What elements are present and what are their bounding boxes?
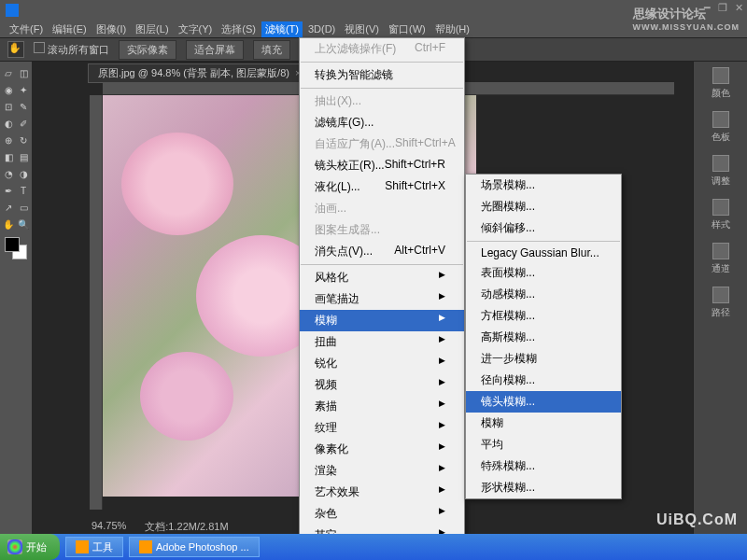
zoom-level: 94.75% <box>92 520 126 534</box>
menu-item[interactable]: 镜头模糊... <box>466 391 621 413</box>
fit-screen-button[interactable]: 适合屏幕 <box>186 40 244 60</box>
panel-icon <box>712 287 729 303</box>
wand-tool-icon: ✦ <box>16 82 31 97</box>
lasso-tool-icon: ◉ <box>1 82 16 97</box>
panel-通道[interactable]: 通道 <box>712 243 730 275</box>
heal-tool-icon: ◐ <box>1 116 16 131</box>
menu-item[interactable]: 径向模糊... <box>466 370 621 391</box>
watermark-top: 思缘设计论坛WWW.MISSYUAN.COM <box>633 6 740 32</box>
menu-item[interactable]: 像素化▶ <box>300 439 464 460</box>
app-icon <box>139 540 152 553</box>
menu-item[interactable]: 纹理▶ <box>300 417 464 439</box>
app-icon <box>76 540 89 553</box>
document-tab[interactable]: 原图.jpg @ 94.8% (背景 副本, 图层蒙版/8)× <box>88 63 311 83</box>
menu-item: 上次滤镜操作(F)Ctrl+F <box>300 38 464 60</box>
menu-item[interactable]: 表面模糊... <box>466 262 621 284</box>
menu-item[interactable]: 锐化▶ <box>300 353 464 374</box>
taskbar-item[interactable]: Adobe Photoshop ... <box>129 537 260 557</box>
menu-item: 抽出(X)... <box>300 91 464 112</box>
fill-screen-button[interactable]: 填充 <box>253 40 290 60</box>
menu-item[interactable]: 扭曲▶ <box>300 331 464 353</box>
windows-flag-icon <box>7 539 22 554</box>
panel-色板[interactable]: 色板 <box>712 111 730 144</box>
panel-调整[interactable]: 调整 <box>712 155 730 188</box>
doc-size: 文档:1.22M/2.81M <box>145 520 228 534</box>
path-tool-icon: ↗ <box>1 200 16 215</box>
menu-0[interactable]: 文件(F) <box>6 21 47 37</box>
right-panels[interactable]: 颜色色板调整样式通道路径 <box>693 62 747 538</box>
color-swatch[interactable] <box>5 237 27 259</box>
watermark-bottom: UiBQ.CoM <box>656 511 738 528</box>
shape-tool-icon: ▭ <box>16 200 31 215</box>
blur-tool-icon: ◔ <box>1 166 16 181</box>
menu-9[interactable]: 窗口(W) <box>385 21 430 37</box>
menu-4[interactable]: 文字(Y) <box>175 21 217 37</box>
menu-3[interactable]: 图层(L) <box>132 21 172 37</box>
menu-item[interactable]: 视频▶ <box>300 374 464 396</box>
panel-样式[interactable]: 样式 <box>712 199 730 231</box>
menu-item[interactable]: 进一步模糊 <box>466 348 621 370</box>
menu-item[interactable]: 特殊模糊... <box>466 455 621 477</box>
menu-item[interactable]: 风格化▶ <box>300 267 464 288</box>
menu-item[interactable]: 光圈模糊... <box>466 196 621 217</box>
panel-路径[interactable]: 路径 <box>712 287 730 319</box>
filter-menu-dropdown[interactable]: 上次滤镜操作(F)Ctrl+F转换为智能滤镜抽出(X)...滤镜库(G)...自… <box>299 37 465 560</box>
eyedropper-tool-icon: ✎ <box>16 99 31 114</box>
app-logo-icon <box>6 4 19 17</box>
eraser-tool-icon: ◧ <box>1 149 16 164</box>
dodge-tool-icon: ◑ <box>16 166 31 181</box>
tool-indicator-icon[interactable]: ✋ <box>7 41 24 58</box>
menu-2[interactable]: 图像(I) <box>92 21 130 37</box>
menu-5[interactable]: 选择(S) <box>218 21 260 37</box>
actual-pixels-button[interactable]: 实际像素 <box>119 40 176 60</box>
menu-item[interactable]: 滤镜库(G)... <box>300 112 464 133</box>
menu-item[interactable]: 画笔描边▶ <box>300 288 464 310</box>
menu-item[interactable]: 素描▶ <box>300 396 464 417</box>
menu-10[interactable]: 帮助(H) <box>431 21 473 37</box>
toolbox[interactable]: ▱◫ ◉✦ ⊡✎ ◐✐ ⊕↻ ◧▤ ◔◑ ✒T ↗▭ ✋🔍 <box>0 62 32 538</box>
menu-item[interactable]: 杂色▶ <box>300 503 464 525</box>
menu-item[interactable]: 渲染▶ <box>300 460 464 482</box>
hand-tool-icon: ✋ <box>1 217 16 231</box>
stamp-tool-icon: ⊕ <box>1 133 16 147</box>
panel-icon <box>712 243 729 259</box>
menu-item[interactable]: Legacy Gaussian Blur... <box>466 244 621 262</box>
menu-item[interactable]: 镜头校正(R)...Shift+Ctrl+R <box>300 155 464 176</box>
move-tool-icon: ▱ <box>1 65 16 80</box>
menu-8[interactable]: 视图(V) <box>341 21 383 37</box>
menu-item[interactable]: 模糊 <box>466 413 621 434</box>
taskbar-item[interactable]: 工具 <box>65 537 123 557</box>
menu-item[interactable]: 场景模糊... <box>466 175 621 196</box>
panel-颜色[interactable]: 颜色 <box>712 67 730 100</box>
crop-tool-icon: ⊡ <box>1 99 16 114</box>
brush-tool-icon: ✐ <box>16 116 31 131</box>
menu-item: 油画... <box>300 198 464 219</box>
taskbar[interactable]: 开始 工具Adobe Photoshop ... <box>0 534 747 560</box>
scroll-all-windows[interactable]: 滚动所有窗口 <box>34 42 109 57</box>
menu-item[interactable]: 消失点(V)...Alt+Ctrl+V <box>300 241 464 262</box>
type-tool-icon: T <box>16 183 31 198</box>
panel-icon <box>712 67 729 84</box>
status-bar: 94.75% 文档:1.22M/2.81M <box>92 520 229 534</box>
menu-item[interactable]: 液化(L)...Shift+Ctrl+X <box>300 176 464 198</box>
menu-1[interactable]: 编辑(E) <box>49 21 91 37</box>
menu-7[interactable]: 3D(D) <box>304 22 339 35</box>
blur-submenu-dropdown[interactable]: 场景模糊...光圈模糊...倾斜偏移...Legacy Gaussian Blu… <box>465 174 622 499</box>
zoom-tool-icon: 🔍 <box>16 217 31 231</box>
menu-item[interactable]: 形状模糊... <box>466 477 621 498</box>
menu-item[interactable]: 倾斜偏移... <box>466 217 621 239</box>
menu-item: 图案生成器... <box>300 219 464 241</box>
start-button[interactable]: 开始 <box>0 534 60 560</box>
menu-item[interactable]: 平均 <box>466 434 621 455</box>
menu-item[interactable]: 转换为智能滤镜 <box>300 64 464 86</box>
panel-icon <box>712 111 729 128</box>
pen-tool-icon: ✒ <box>1 183 16 198</box>
menu-item[interactable]: 方框模糊... <box>466 305 621 327</box>
menu-item: 自适应广角(A)...Shift+Ctrl+A <box>300 133 464 155</box>
menu-6[interactable]: 滤镜(T) <box>261 21 303 37</box>
menu-item[interactable]: 艺术效果▶ <box>300 482 464 503</box>
menu-item[interactable]: 高斯模糊... <box>466 327 621 348</box>
menu-item[interactable]: 动感模糊... <box>466 284 621 305</box>
menu-item[interactable]: 模糊▶ <box>300 310 464 331</box>
panel-icon <box>712 199 729 216</box>
